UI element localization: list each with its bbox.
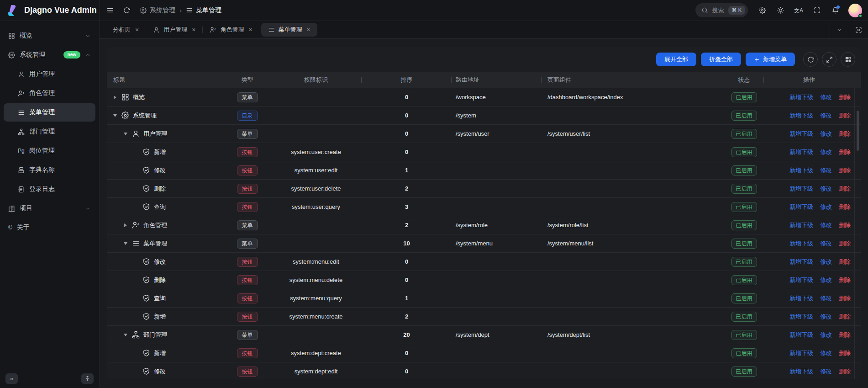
action-delete-link[interactable]: 删除 — [839, 331, 851, 339]
fullscreen-button[interactable] — [809, 3, 825, 18]
action-edit-link[interactable]: 修改 — [820, 331, 832, 339]
refresh-table-button[interactable] — [803, 52, 818, 67]
action-delete-link[interactable]: 删除 — [839, 258, 851, 266]
action-delete-link[interactable]: 删除 — [839, 166, 851, 175]
add-menu-button[interactable]: 新增菜单 — [746, 53, 795, 66]
action-edit-link[interactable]: 修改 — [820, 130, 832, 138]
action-edit-link[interactable]: 修改 — [820, 239, 832, 248]
action-add-child-link[interactable]: 新增下级 — [789, 367, 813, 376]
cell-sort: 1 — [362, 161, 452, 179]
action-add-child-link[interactable]: 新增下级 — [789, 313, 813, 321]
action-edit-link[interactable]: 修改 — [820, 148, 832, 156]
action-delete-link[interactable]: 删除 — [839, 349, 851, 357]
action-add-child-link[interactable]: 新增下级 — [789, 276, 813, 284]
sidebar-item-roles[interactable]: 角色管理 — [4, 84, 95, 102]
action-delete-link[interactable]: 删除 — [839, 185, 851, 193]
tab-roles[interactable]: 角色管理× — [203, 21, 259, 38]
action-edit-link[interactable]: 修改 — [820, 93, 832, 101]
action-delete-link[interactable]: 删除 — [839, 313, 851, 321]
action-delete-link[interactable]: 删除 — [839, 367, 851, 376]
action-add-child-link[interactable]: 新增下级 — [789, 349, 813, 357]
search-input[interactable]: 搜索 ⌘ K — [695, 3, 748, 17]
action-add-child-link[interactable]: 新增下级 — [789, 148, 813, 156]
breadcrumb-current[interactable]: 菜单管理 — [186, 6, 221, 15]
sidebar-item-label: 项目 — [20, 204, 32, 213]
collapse-all-button[interactable]: 折叠全部 — [701, 53, 741, 66]
action-edit-link[interactable]: 修改 — [820, 313, 832, 321]
settings-button[interactable] — [754, 3, 770, 18]
action-edit-link[interactable]: 修改 — [820, 258, 832, 266]
tab-close-icon[interactable]: × — [248, 26, 252, 33]
table-scrollbar-thumb[interactable] — [857, 111, 859, 151]
sidebar-pin-button[interactable] — [81, 373, 94, 384]
content-fullscreen-button[interactable] — [849, 21, 868, 38]
tab-list-dropdown-button[interactable] — [830, 21, 849, 38]
expand-all-button[interactable]: 展开全部 — [656, 53, 696, 66]
action-add-child-link[interactable]: 新增下级 — [789, 166, 813, 175]
tree-caret-down-icon[interactable] — [123, 242, 128, 245]
tab-close-icon[interactable]: × — [192, 26, 195, 33]
action-edit-link[interactable]: 修改 — [820, 221, 832, 229]
action-delete-link[interactable]: 删除 — [839, 93, 851, 101]
type-tag-menu: 菜单 — [237, 92, 258, 102]
action-delete-link[interactable]: 删除 — [839, 294, 851, 303]
tab-analysis[interactable]: 分析页× — [106, 21, 146, 38]
tree-caret-down-icon[interactable] — [112, 114, 118, 117]
action-edit-link[interactable]: 修改 — [820, 166, 832, 175]
action-edit-link[interactable]: 修改 — [820, 367, 832, 376]
sidebar-toggle-button[interactable] — [102, 3, 118, 18]
tab-close-icon[interactable]: × — [307, 26, 310, 33]
notifications-button[interactable] — [827, 3, 843, 18]
sidebar-item-login-logs[interactable]: 登录日志 — [4, 180, 95, 198]
sidebar-item-dictionary[interactable]: 字典名称 — [4, 161, 95, 179]
tab-users[interactable]: 用户管理× — [146, 21, 202, 38]
action-delete-link[interactable]: 删除 — [839, 130, 851, 138]
tab-close-icon[interactable]: × — [135, 26, 139, 33]
sidebar-item-users[interactable]: 用户管理 — [4, 65, 95, 83]
sidebar-item-overview[interactable]: 概览 — [4, 27, 95, 45]
grid-icon — [8, 32, 15, 39]
sidebar-item-projects[interactable]: 项目 — [4, 199, 95, 218]
action-delete-link[interactable]: 删除 — [839, 203, 851, 211]
action-add-child-link[interactable]: 新增下级 — [789, 258, 813, 266]
theme-toggle-button[interactable] — [773, 3, 788, 18]
action-delete-link[interactable]: 删除 — [839, 276, 851, 284]
action-edit-link[interactable]: 修改 — [820, 276, 832, 284]
action-add-child-link[interactable]: 新增下级 — [789, 239, 813, 248]
column-settings-button[interactable] — [841, 52, 855, 67]
action-delete-link[interactable]: 删除 — [839, 148, 851, 156]
tree-caret-down-icon[interactable] — [123, 334, 128, 336]
user-avatar[interactable] — [848, 4, 862, 17]
action-add-child-link[interactable]: 新增下级 — [789, 331, 813, 339]
action-edit-link[interactable]: 修改 — [820, 294, 832, 303]
action-edit-link[interactable]: 修改 — [820, 349, 832, 357]
sidebar-item-positions[interactable]: Pg岗位管理 — [4, 142, 95, 160]
breadcrumb-parent[interactable]: 系统管理 — [140, 6, 175, 15]
action-add-child-link[interactable]: 新增下级 — [789, 185, 813, 193]
sidebar-item-departments[interactable]: 部门管理 — [4, 122, 95, 141]
tree-caret-right-icon[interactable] — [112, 96, 118, 99]
action-edit-link[interactable]: 修改 — [820, 185, 832, 193]
sidebar-item-menus[interactable]: 菜单管理 — [4, 103, 95, 122]
tree-caret-down-icon[interactable] — [123, 133, 128, 135]
action-add-child-link[interactable]: 新增下级 — [789, 93, 813, 101]
action-delete-link[interactable]: 删除 — [839, 239, 851, 248]
sidebar-item-system[interactable]: 系统管理new — [4, 46, 95, 64]
action-add-child-link[interactable]: 新增下级 — [789, 294, 813, 303]
shield-icon — [142, 276, 150, 284]
tree-caret-right-icon[interactable] — [123, 223, 128, 227]
fullscreen-table-button[interactable] — [822, 52, 836, 67]
language-button[interactable]: 文A — [791, 3, 806, 18]
sidebar-item-about[interactable]: ©关于 — [4, 218, 95, 237]
action-edit-link[interactable]: 修改 — [820, 203, 832, 211]
action-add-child-link[interactable]: 新增下级 — [789, 130, 813, 138]
sidebar-collapse-button[interactable]: « — [5, 373, 18, 384]
action-add-child-link[interactable]: 新增下级 — [789, 203, 813, 211]
action-add-child-link[interactable]: 新增下级 — [789, 221, 813, 229]
action-delete-link[interactable]: 删除 — [839, 221, 851, 229]
action-delete-link[interactable]: 删除 — [839, 112, 851, 120]
page-refresh-button[interactable] — [119, 3, 134, 18]
tab-menus[interactable]: 菜单管理× — [261, 23, 317, 37]
action-edit-link[interactable]: 修改 — [820, 112, 832, 120]
action-add-child-link[interactable]: 新增下级 — [789, 112, 813, 120]
